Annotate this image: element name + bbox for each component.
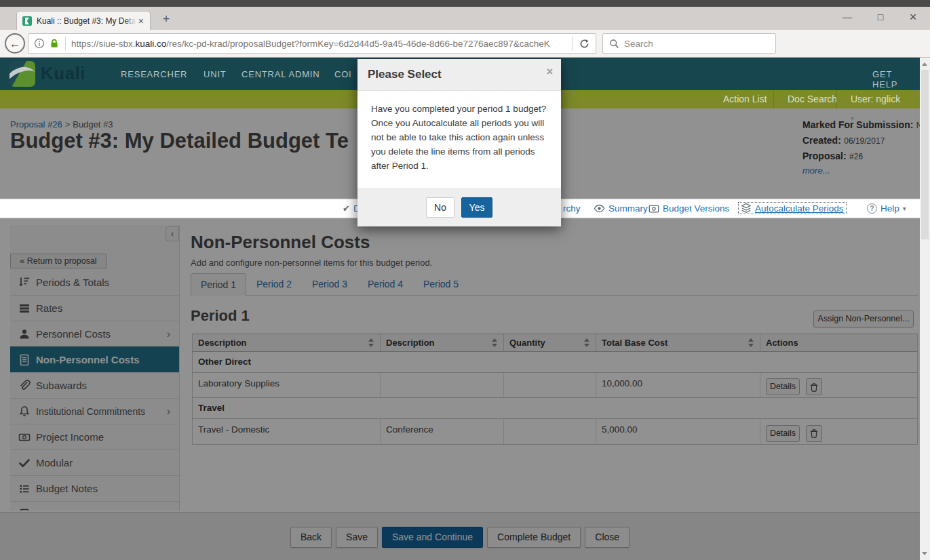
please-select-dialog: Please Select × Have you completed your … [357,59,561,226]
layers-icon [741,203,752,214]
search-icon [609,39,619,49]
dialog-message: Have you completed your period 1 budget?… [357,91,561,188]
scrollbar-up-arrow-icon[interactable] [922,62,927,66]
dialog-close-icon[interactable]: × [547,66,553,78]
window-frame-edge [0,0,930,7]
help-icon: ? [867,203,877,214]
url-path: /res/kc-pd-krad/proposalBudget?formKey=6… [166,39,550,49]
search-bar[interactable] [602,33,776,54]
https-lock-icon[interactable] [49,38,60,49]
link-label: Budget Versions [663,203,729,214]
browser-navbar: ← https://siue-sbx.kuali.co/res/kc-pd-kr… [0,30,930,58]
site-info-icon[interactable] [34,38,45,49]
caret-down-icon: ▾ [903,205,906,212]
tab-favicon-kuali-icon [22,16,32,26]
reload-icon[interactable] [573,36,596,51]
back-button[interactable]: ← [5,33,25,54]
nav-item-researcher[interactable]: RESEARCHER [121,69,187,79]
page-scrollbar[interactable] [920,58,930,560]
yes-button[interactable]: Yes [461,197,492,218]
nav-item-unit[interactable]: UNIT [204,69,227,79]
eye-icon [594,204,605,213]
dialog-title: Please Select [368,68,442,81]
screenshot-root: — □ × Kuali :: Budget #3: My Detail × + … [0,0,930,560]
scrollbar-thumb[interactable] [921,70,929,239]
page-viewport: Kuali RESEARCHER UNIT CENTRAL ADMIN COI … [0,58,920,560]
dialog-footer: No Yes [357,188,561,226]
autocalculate-periods-link[interactable]: Autocalculate Periods [738,202,847,214]
link-label: Autocalculate Periods [755,203,844,214]
url-bar[interactable]: https://siue-sbx.kuali.co/res/kc-pd-krad… [28,33,596,54]
link-label: Summary [608,203,648,214]
window-maximize-button[interactable]: □ [870,8,891,26]
new-tab-button[interactable]: + [158,12,174,26]
user-menu[interactable]: User: nglick ▾ [837,90,920,108]
url-separator [65,37,66,50]
versions-icon [648,204,659,214]
check-icon: ✔ [343,203,350,214]
scrollbar-down-arrow-icon[interactable] [922,552,927,555]
no-button[interactable]: No [426,197,454,218]
url-domain: kuali.co [136,39,167,49]
modal-backdrop [0,218,920,560]
tab-close-icon[interactable]: × [136,16,146,26]
get-help-link[interactable]: GET HELP [872,69,920,89]
kuali-logo-icon[interactable] [9,61,35,87]
link-label: Help [880,203,899,214]
action-list-link[interactable]: Action List [710,90,781,108]
window-minimize-button[interactable]: — [837,8,857,26]
window-close-button[interactable]: × [903,8,923,26]
kuali-brand-wordmark: Kuali [41,63,85,84]
help-menu[interactable]: ? Help ▾ [867,203,906,214]
user-menu-label: User: nglick [851,94,900,104]
hierarchy-link-partial[interactable]: rchy [563,203,581,214]
dialog-header: Please Select × [357,59,561,91]
search-input[interactable] [624,39,746,49]
url-prefix: https://siue-sbx. [71,39,136,49]
summary-link[interactable]: Summary [594,203,648,214]
link-label: rchy [563,203,581,214]
nav-item-coi[interactable]: COI [334,69,352,79]
nav-item-central-admin[interactable]: CENTRAL ADMIN [241,69,319,79]
url-text: https://siue-sbx.kuali.co/res/kc-pd-krad… [71,39,573,49]
tab-title: Kuali :: Budget #3: My Detail [37,16,136,26]
budget-versions-link[interactable]: Budget Versions [648,203,729,214]
browser-tab[interactable]: Kuali :: Budget #3: My Detail × [16,11,151,30]
browser-titlebar: — □ × Kuali :: Budget #3: My Detail × + [0,7,930,30]
